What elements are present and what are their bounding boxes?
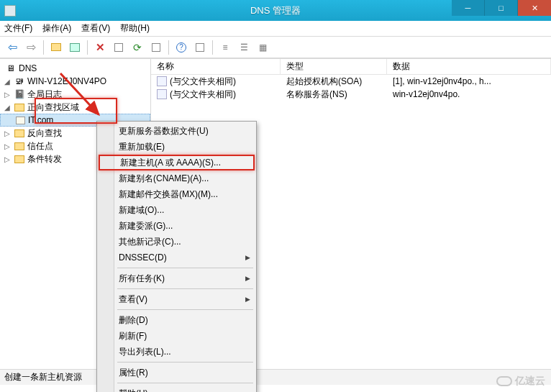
tree-server-label: WIN-V12EJ0NV4PO (27, 76, 106, 86)
tree-root[interactable]: 🖥 DNS (0, 62, 150, 75)
refresh-button[interactable]: ⟳ (129, 40, 145, 55)
col-name[interactable]: 名称 (151, 59, 281, 74)
minimize-button[interactable]: ─ (452, 0, 485, 16)
menu-bar: 文件(F) 操作(A) 查看(V) 帮助(H) (0, 21, 551, 37)
back-button[interactable]: ⇦ (4, 40, 20, 55)
zone-icon (14, 114, 26, 126)
tree-fwd-zone[interactable]: ◢ 正向查找区域 (0, 101, 150, 114)
ctx-refresh[interactable]: 刷新(F) (99, 328, 255, 344)
col-data[interactable]: 数据 (387, 59, 551, 74)
detail-view-icon[interactable]: ☰ (236, 40, 252, 55)
server-icon: 🖳 (14, 76, 25, 87)
collapse-icon[interactable]: ◢ (3, 104, 12, 111)
status-bar: 创建一条新主机资源 (0, 369, 551, 385)
ctx-delete[interactable]: 删除(D) (99, 312, 255, 328)
window-title: DNS 管理器 (250, 4, 301, 17)
ctx-help[interactable]: 帮助(H) (99, 386, 255, 392)
ctx-reload[interactable]: 重新加载(E) (99, 139, 255, 155)
ctx-newmx[interactable]: 新建邮件交换器(MX)(M)... (99, 186, 255, 202)
list-header: 名称 类型 数据 (151, 59, 551, 75)
main-pane: 🖥 DNS ◢ 🖳 WIN-V12EJ0NV4PO ▷ 📓 全局日志 ◢ 正向查… (0, 58, 551, 369)
ctx-export[interactable]: 导出列表(L)... (99, 344, 255, 360)
expand-icon[interactable]: ▷ (3, 91, 12, 99)
dns-icon: 🖥 (5, 63, 17, 74)
expand-icon[interactable]: ▷ (3, 129, 12, 137)
menu-help[interactable]: 帮助(H) (120, 22, 150, 35)
tree-fwd-zone-label: 正向查找区域 (27, 101, 79, 114)
delete-button[interactable]: ✕ (92, 40, 108, 55)
folder-icon (14, 140, 25, 152)
cell-type: 起始授权机构(SOA) (286, 76, 362, 88)
ctx-newcname[interactable]: 新建别名(CNAME)(A)... (99, 170, 255, 186)
ctx-view[interactable]: 查看(V) (99, 291, 255, 307)
menu-file[interactable]: 文件(F) (4, 22, 32, 35)
options-button[interactable] (192, 40, 208, 55)
folder-icon (14, 153, 25, 165)
col-type[interactable]: 类型 (281, 59, 387, 74)
cell-type: 名称服务器(NS) (286, 88, 347, 101)
tree-cond-label: 条件转发 (27, 153, 62, 165)
tile-view-icon[interactable]: ▦ (255, 40, 270, 55)
menu-view[interactable]: 查看(V) (81, 22, 110, 35)
watermark-text: 亿速云 (515, 375, 545, 388)
tree-rev-zone-label: 反向查找 (27, 127, 62, 140)
expand-icon[interactable]: ▷ (3, 142, 12, 150)
close-button[interactable]: ✕ (518, 0, 551, 16)
watermark: 亿速云 (496, 375, 545, 388)
help-button[interactable]: ? (173, 40, 189, 55)
tree-server[interactable]: ◢ 🖳 WIN-V12EJ0NV4PO (0, 75, 150, 88)
tree-root-label: DNS (19, 63, 37, 73)
folder-icon (14, 127, 25, 139)
cell-data: win-v12ej0nv4po. (393, 89, 460, 99)
menu-action[interactable]: 操作(A) (42, 22, 71, 35)
up-button[interactable] (48, 40, 64, 55)
ctx-dnssec[interactable]: DNSSEC(D) (99, 250, 255, 265)
list-row[interactable]: (与父文件夹相同) 起始授权机构(SOA) [1], win-v12ej0nv4… (151, 75, 551, 88)
copy-button[interactable] (111, 40, 127, 55)
app-icon (4, 5, 16, 17)
tree-trust-label: 信任点 (27, 140, 53, 152)
record-icon (157, 89, 167, 99)
toolbar: ⇦ ⇨ ✕ ⟳ ? ≡ ☰ ▦ (0, 37, 551, 58)
record-icon (157, 76, 167, 86)
ctx-newdeleg[interactable]: 新建委派(G)... (99, 218, 255, 234)
expand-icon[interactable]: ▷ (3, 155, 12, 163)
ctx-props[interactable]: 属性(R) (99, 365, 255, 380)
collapse-icon[interactable]: ◢ (3, 78, 12, 86)
folder-icon (14, 101, 25, 113)
list-view-icon[interactable]: ≡ (217, 40, 233, 55)
export-button[interactable] (148, 40, 164, 55)
forward-button[interactable]: ⇨ (23, 40, 39, 55)
cloud-icon (496, 376, 512, 386)
list-row[interactable]: (与父文件夹相同) 名称服务器(NS) win-v12ej0nv4po. (151, 88, 551, 101)
context-menu: 更新服务器数据文件(U)重新加载(E)新建主机(A 或 AAAA)(S)...新… (96, 121, 257, 392)
tree-global-log[interactable]: ▷ 📓 全局日志 (0, 88, 150, 101)
title-bar: DNS 管理器 ─ □ ✕ (0, 0, 551, 21)
tree-global-log-label: 全局日志 (27, 88, 62, 101)
ctx-alltasks[interactable]: 所有任务(K) (99, 270, 255, 286)
tree-selected-zone-label: IT.com (28, 115, 53, 125)
log-icon: 📓 (14, 88, 25, 100)
status-text: 创建一条新主机资源 (4, 371, 82, 383)
cell-name: (与父文件夹相同) (170, 88, 236, 101)
cell-data: [1], win-v12ej0nv4po., h... (393, 76, 491, 86)
ctx-otherrec[interactable]: 其他新记录(C)... (99, 234, 255, 250)
cell-name: (与父文件夹相同) (170, 76, 236, 88)
maximize-button[interactable]: □ (485, 0, 518, 16)
show-icon[interactable] (67, 40, 83, 55)
ctx-update[interactable]: 更新服务器数据文件(U) (99, 123, 255, 139)
ctx-newdomain[interactable]: 新建域(O)... (99, 202, 255, 218)
ctx-newhost[interactable]: 新建主机(A 或 AAAA)(S)... (99, 155, 255, 170)
